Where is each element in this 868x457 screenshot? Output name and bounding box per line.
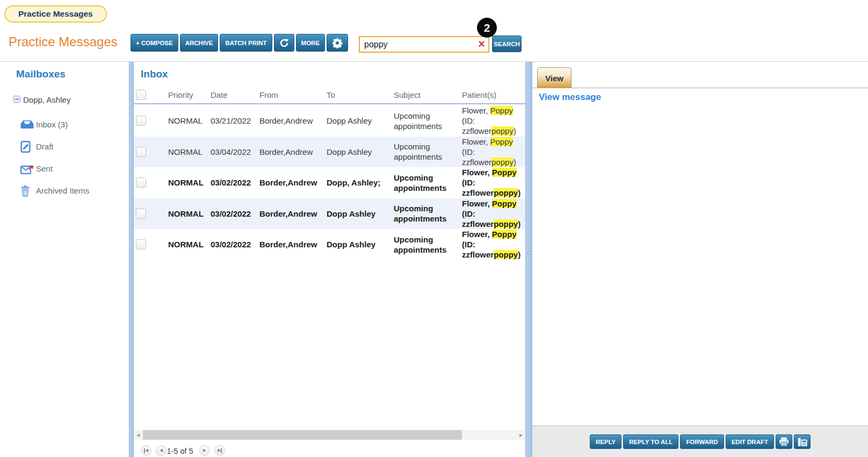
step-badge: 2 [477,18,497,38]
fax-button[interactable] [794,434,811,449]
inbox-table-header: PriorityDateFromToSubjectPatient(s) [134,86,525,104]
edit-draft-button[interactable]: EDIT DRAFT [726,434,774,449]
sidebar-item-sent[interactable]: Sent [20,158,89,180]
practice-messages-app: Practice Messages Practice Messages + CO… [0,0,868,457]
row-checkbox[interactable] [136,116,146,126]
inbox-panel: Inbox PriorityDateFromToSubjectPatient(s… [134,62,525,457]
refresh-icon [279,38,289,48]
scroll-right-icon[interactable]: ▶ [517,430,525,440]
cell-priority: NORMAL [159,147,204,156]
cell-subject: Upcoming appointments [389,203,457,224]
sidebar-item-label: Sent [36,164,53,173]
sidebar-item-inbox[interactable]: Inbox (3) [20,113,89,135]
archive-button[interactable]: ARCHIVE [180,34,219,52]
tab-view[interactable]: View [537,67,572,88]
cell-to: Dopp Ashley [322,209,389,218]
cell-date: 03/21/2022 [204,116,252,125]
sent-icon [20,163,36,175]
mailboxes-title: Mailboxes [16,68,66,80]
search-box: × [359,36,489,53]
cell-patient: Flower, Poppy (ID: zzflowerpoppy) [457,167,525,198]
column-header[interactable]: Patient(s) [457,90,525,100]
cell-priority: NORMAL [159,240,204,249]
cell-from: Border,Andrew [252,116,322,125]
mailbox-user-node[interactable]: Dopp, Ashley [13,95,70,104]
row-checkbox[interactable] [136,177,146,188]
pagination: ◀ ◀ 1-5 of 5 ▶ ▶ [134,445,525,457]
batch-print-button[interactable]: BATCH PRINT [220,34,272,52]
view-panel: View View message REPLYREPLY TO ALLFORWA… [532,62,868,457]
cell-patient: Flower, Poppy (ID: zzflowerpoppy) [457,105,525,136]
message-row[interactable]: NORMAL03/02/2022Border,AndrewDopp Ashley… [134,198,525,230]
inbox-title: Inbox [141,68,168,80]
print-button[interactable] [776,434,792,449]
view-message-title: View message [539,92,601,103]
cell-from: Border,Andrew [252,209,322,218]
cell-subject: Upcoming appointments [389,111,457,131]
message-row[interactable]: NORMAL03/21/2022Border,AndrewDopp Ashley… [134,105,525,137]
cell-date: 03/02/2022 [204,240,252,249]
mailboxes-panel: Mailboxes Dopp, Ashley Inbox (3)DraftSen… [0,62,129,457]
message-row[interactable]: NORMAL03/02/2022Border,AndrewDopp, Ashle… [134,167,525,198]
cell-priority: NORMAL [159,209,204,218]
more-button[interactable]: MORE [296,34,326,52]
inbox-icon [20,120,36,129]
scroll-left-icon[interactable]: ◀ [134,430,142,440]
message-row[interactable]: NORMAL03/02/2022Border,AndrewDopp Ashley… [134,229,525,260]
first-page-button[interactable]: ◀ [141,445,151,456]
forward-button[interactable]: FORWARD [680,434,724,449]
fax-icon [798,437,807,447]
draft-icon [20,141,36,153]
sidebar-item-archive[interactable]: Archived Items [20,180,89,202]
column-header[interactable]: Priority [159,90,204,99]
cell-to: Dopp Ashley [322,240,389,249]
row-checkbox[interactable] [136,147,146,157]
select-all-checkbox[interactable] [136,90,146,100]
cell-to: Dopp, Ashley; [322,178,389,187]
horizontal-scrollbar[interactable]: ◀ ▶ [134,430,525,440]
cell-from: Border,Andrew [252,240,322,249]
cell-subject: Upcoming appointments [389,234,457,255]
sidebar-item-draft[interactable]: Draft [20,135,89,158]
cell-patient: Flower, Poppy (ID: zzflowerpoppy) [457,137,525,167]
scrollbar-thumb[interactable] [143,430,462,440]
sidebar-splitter[interactable] [129,62,134,457]
column-header[interactable]: To [322,90,389,99]
cell-date: 03/04/2022 [204,147,252,156]
cell-subject: Upcoming appointments [389,173,457,193]
column-header[interactable]: Date [204,90,252,99]
next-page-button[interactable]: ▶ [199,445,210,456]
splitter-handle[interactable] [527,251,531,255]
column-header[interactable]: Subject [389,90,457,100]
view-splitter[interactable] [525,62,532,457]
nav-practice-messages-button[interactable]: Practice Messages [4,5,107,23]
gear-icon [332,38,343,48]
mailbox-user-label: Dopp, Ashley [23,95,70,104]
collapse-icon[interactable] [13,95,20,104]
cell-priority: NORMAL [159,116,204,125]
compose-button[interactable]: + COMPOSE [131,34,178,52]
column-header[interactable]: From [252,90,322,99]
settings-button[interactable] [327,34,348,52]
search-input[interactable] [359,36,489,53]
message-row[interactable]: NORMAL03/04/2022Border,AndrewDopp Ashley… [134,137,525,168]
cell-from: Border,Andrew [252,147,322,156]
sidebar-item-label: Archived Items [36,186,89,195]
row-checkbox[interactable] [136,239,146,249]
reply-button[interactable]: REPLY [590,434,621,449]
reply-to-all-button[interactable]: REPLY TO ALL [623,434,678,449]
refresh-button[interactable] [274,34,294,52]
cell-from: Border,Andrew [252,178,322,187]
row-checkbox[interactable] [136,209,146,219]
sidebar-item-label: Draft [36,142,54,151]
page-title: Practice Messages [9,34,118,49]
cell-to: Dopp Ashley [322,116,389,125]
cell-date: 03/02/2022 [204,178,252,187]
search-button[interactable]: SEARCH [492,35,522,52]
last-page-button[interactable]: ▶ [214,445,225,456]
clear-search-icon[interactable]: × [478,38,485,51]
trash-icon [20,185,36,197]
sidebar-item-label: Inbox (3) [36,120,68,129]
printer-icon [779,437,789,447]
cell-to: Dopp Ashley [322,147,389,156]
